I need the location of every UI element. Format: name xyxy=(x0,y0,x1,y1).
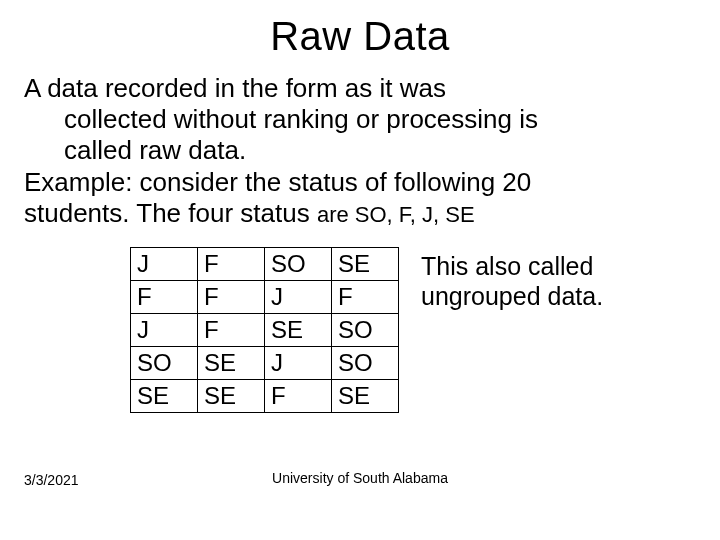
table-row: SO SE J SO xyxy=(131,346,399,379)
paragraph-2: Example: consider the status of followin… xyxy=(0,167,720,229)
cell: J xyxy=(265,346,332,379)
table-row: SE SE F SE xyxy=(131,379,399,412)
side-note: This also called ungrouped data. xyxy=(399,247,603,311)
para2-line2b: are SO, F, J, SE xyxy=(317,202,475,227)
cell: F xyxy=(265,379,332,412)
slide-title: Raw Data xyxy=(0,0,720,59)
cell: F xyxy=(198,280,265,313)
para1-line2: collected without ranking or processing … xyxy=(24,104,696,135)
para2-line2-wrap: students. The four status are SO, F, J, … xyxy=(24,198,475,228)
cell: F xyxy=(131,280,198,313)
lower-row: J F SO SE F F J F J F SE SO SO SE J SO xyxy=(0,229,720,413)
table-row: F F J F xyxy=(131,280,399,313)
cell: SO xyxy=(332,313,399,346)
cell: F xyxy=(332,280,399,313)
cell: SE xyxy=(265,313,332,346)
cell: J xyxy=(265,280,332,313)
cell: SO xyxy=(131,346,198,379)
cell: F xyxy=(198,247,265,280)
cell: SO xyxy=(332,346,399,379)
raw-data-table: J F SO SE F F J F J F SE SO SO SE J SO xyxy=(130,247,399,413)
para1-line1: A data recorded in the form as it was xyxy=(24,73,446,103)
cell: SO xyxy=(265,247,332,280)
para2-line2a: students. The four status xyxy=(24,198,317,228)
para1-line3: called raw data. xyxy=(24,135,696,166)
side-note-line2: ungrouped data. xyxy=(421,282,603,310)
side-note-line1: This also called xyxy=(421,252,593,280)
para2-line1: Example: consider the status of followin… xyxy=(24,167,531,197)
cell: SE xyxy=(332,379,399,412)
footer-center: University of South Alabama xyxy=(0,470,720,486)
cell: F xyxy=(198,313,265,346)
cell: SE xyxy=(198,346,265,379)
cell: J xyxy=(131,247,198,280)
slide: Raw Data A data recorded in the form as … xyxy=(0,0,720,540)
cell: J xyxy=(131,313,198,346)
cell: SE xyxy=(332,247,399,280)
paragraph-1: A data recorded in the form as it was co… xyxy=(0,59,720,167)
cell: SE xyxy=(198,379,265,412)
table-row: J F SO SE xyxy=(131,247,399,280)
table-row: J F SE SO xyxy=(131,313,399,346)
cell: SE xyxy=(131,379,198,412)
